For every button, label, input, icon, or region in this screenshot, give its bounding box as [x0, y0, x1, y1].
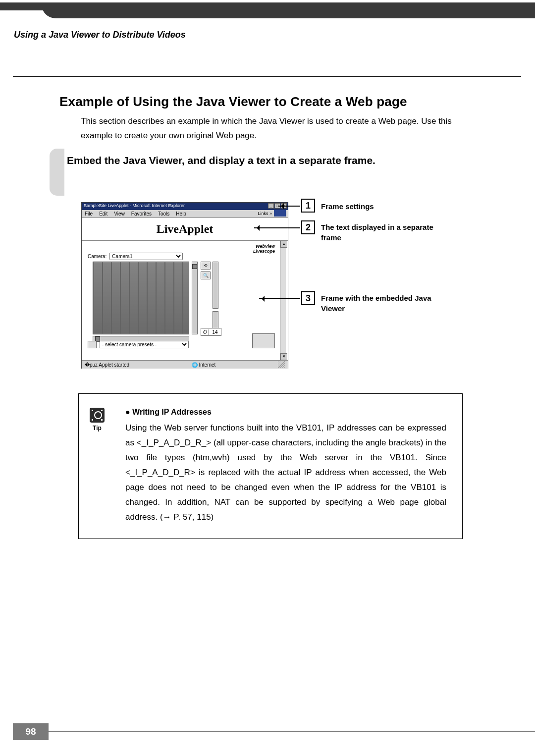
camera-row: Camera: Camera1	[88, 253, 183, 260]
callout-label-1: Frame settings	[321, 201, 435, 212]
page-top-curve	[42, 2, 535, 18]
callout-arrow-1	[278, 206, 300, 207]
tip-heading: Writing IP Addresses	[125, 408, 446, 417]
section-tab-marker	[50, 149, 64, 196]
resize-grip-icon[interactable]	[278, 361, 285, 368]
footer-rule	[49, 731, 535, 732]
frame-body: WebView Livescope Camera: Camera1 ⟲ 🔍 ⏱ …	[82, 241, 288, 360]
subsection-heading: Embed the Java Viewer, and display a tex…	[67, 155, 375, 166]
callout-num-3: 3	[301, 291, 315, 305]
menu-file[interactable]: File	[85, 211, 93, 216]
counter-value: 14	[209, 329, 221, 335]
tip-icon-label: Tip	[90, 425, 105, 432]
tilt-slider[interactable]	[192, 262, 198, 334]
menu-tools[interactable]: Tools	[158, 211, 169, 216]
preset-row: - select camera presets -	[88, 341, 189, 348]
titlebar: SampleSite LiveApplet - Microsoft Intern…	[82, 203, 288, 210]
section-intro: This section describes an example in whi…	[81, 114, 457, 143]
status-right: 🌐 Internet	[192, 362, 216, 368]
statusbar: �puz Applet started 🌐 Internet	[82, 360, 288, 369]
minimize-icon[interactable]: _	[268, 203, 274, 209]
go-button-icon[interactable]	[274, 210, 286, 216]
callout-label-3: Frame with the embedded Java Viewer	[321, 293, 435, 314]
preset-icon	[88, 341, 97, 348]
menu-help[interactable]: Help	[176, 211, 186, 216]
running-header: Using a Java Viewer to Distribute Videos	[14, 30, 186, 40]
webview-logo: WebView Livescope	[253, 244, 275, 254]
zoom-button[interactable]: 🔍	[201, 271, 211, 279]
callout-num-1: 1	[301, 199, 315, 213]
callout-num-2: 2	[301, 220, 315, 234]
camera-select[interactable]: Camera1	[109, 253, 183, 260]
menu-edit[interactable]: Edit	[99, 211, 107, 216]
section-heading: Example of Using the Java Viewer to Crea…	[59, 94, 407, 109]
camera-label: Camera:	[88, 254, 107, 259]
menu-view[interactable]: View	[114, 211, 125, 216]
callout-arrow-2	[254, 227, 300, 228]
timer-icon: ⏱	[201, 329, 209, 335]
webview-logo-l1: WebView	[253, 244, 275, 249]
links-label: Links »	[258, 211, 272, 216]
page-number: 98	[13, 723, 49, 740]
video-preview	[93, 262, 189, 334]
viewer-frame: WebView Livescope Camera: Camera1 ⟲ 🔍 ⏱ …	[82, 241, 280, 360]
status-left: �puz Applet started	[85, 362, 129, 368]
window-title: SampleSite LiveApplet - Microsoft Intern…	[84, 203, 185, 208]
tip-badge-icon	[90, 408, 105, 423]
header-rule	[13, 76, 521, 77]
callout-arrow-3	[259, 298, 300, 299]
frame-scrollbar[interactable]	[280, 241, 286, 360]
ptz-button[interactable]: ⟲	[201, 262, 211, 270]
callout-label-2: The text displayed in a separate frame	[321, 222, 435, 243]
tip-icon: Tip	[90, 408, 105, 432]
tip-box: Tip Writing IP Addresses Using the Web s…	[78, 393, 463, 539]
menubar: File Edit View Favorites Tools Help Link…	[82, 210, 288, 218]
tip-body: Using the Web server functions built int…	[125, 421, 446, 525]
counter: ⏱ 14	[201, 328, 221, 336]
preset-select[interactable]: - select camera presets -	[100, 341, 189, 348]
snapshot-button[interactable]	[252, 333, 275, 348]
menu-favorites[interactable]: Favorites	[131, 211, 152, 216]
links-bar: Links »	[258, 210, 286, 216]
webview-logo-l2: Livescope	[253, 249, 275, 254]
zoom-slider[interactable]	[213, 262, 218, 309]
